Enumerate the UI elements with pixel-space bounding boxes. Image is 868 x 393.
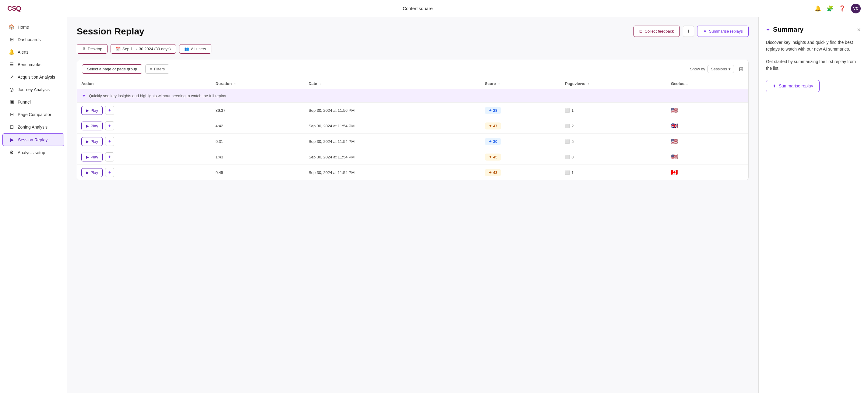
- page-comparator-icon: ⊟: [8, 112, 14, 117]
- close-panel-button[interactable]: ×: [857, 26, 861, 33]
- play-button-2[interactable]: ▶ Play: [81, 122, 103, 130]
- pageview-icon: ⬜: [565, 124, 570, 128]
- sidebar-item-journey-analysis[interactable]: ◎ Journey Analysis: [2, 84, 64, 95]
- desktop-filter-button[interactable]: 🖥 Desktop: [77, 44, 107, 54]
- play-button-4[interactable]: ▶ Play: [81, 153, 103, 161]
- topnav-icons: 🔔 🧩 ❓ VC: [814, 4, 861, 13]
- summary-sparkle-icon: ✦: [766, 27, 770, 33]
- flag-icon: 🇨🇦: [671, 170, 678, 176]
- flag-cell: 🇬🇧: [667, 118, 748, 134]
- ai-summary-button-5[interactable]: ✦: [105, 168, 114, 177]
- sidebar-item-page-comparator[interactable]: ⊟ Page Comparator: [2, 109, 64, 120]
- users-filter-button[interactable]: 👥 All users: [179, 44, 211, 54]
- flag-cell: 🇺🇸: [667, 149, 748, 165]
- show-by-select[interactable]: Sessions ▾: [708, 65, 734, 73]
- col-pageviews[interactable]: Pageviews ↕: [561, 78, 667, 89]
- summarise-sparkle-icon: ✦: [772, 83, 776, 89]
- duration-cell: 86:37: [211, 103, 305, 118]
- download-button[interactable]: ⬇: [683, 26, 694, 37]
- home-icon: 🏠: [8, 24, 14, 30]
- summarise-replays-button[interactable]: ✦ Summarise replays: [697, 26, 749, 37]
- sidebar-item-label: Acquisition Analysis: [18, 74, 55, 80]
- chevron-down-icon: ▾: [728, 67, 731, 71]
- score-icon: ✦: [489, 124, 492, 128]
- avatar[interactable]: VC: [851, 4, 861, 13]
- grid-view-icon[interactable]: ⊞: [739, 66, 743, 72]
- acquisition-icon: ↗: [8, 74, 14, 80]
- layout: 🏠 Home ⊞ Dashboards 🔔 Alerts ☰ Benchmark…: [0, 17, 868, 393]
- score-value: 47: [493, 124, 497, 128]
- sidebar-item-alerts[interactable]: 🔔 Alerts: [2, 46, 64, 58]
- pageview-icon: ⬜: [565, 155, 570, 159]
- sidebar-item-analysis-setup[interactable]: ⚙ Analysis setup: [2, 147, 64, 158]
- score-cell: ✦ 30: [480, 134, 561, 149]
- logo-text: CSQ: [7, 5, 21, 12]
- flag-icon: 🇬🇧: [671, 123, 678, 129]
- download-icon: ⬇: [687, 29, 690, 33]
- ai-summary-button-1[interactable]: ✦: [105, 106, 114, 115]
- play-button-1[interactable]: ▶ Play: [81, 106, 103, 115]
- users-icon: 👥: [184, 47, 189, 51]
- score-value: 30: [493, 139, 497, 144]
- flag-icon: 🇺🇸: [671, 154, 678, 160]
- flag-cell: 🇺🇸: [667, 103, 748, 118]
- play-button-3[interactable]: ▶ Play: [81, 137, 103, 146]
- sidebar-item-home[interactable]: 🏠 Home: [2, 21, 64, 33]
- collect-feedback-button[interactable]: ⊡ Collect feedback: [633, 26, 680, 37]
- topnav: CSQ Contentsquare 🔔 🧩 ❓ VC: [0, 0, 868, 17]
- help-icon[interactable]: ❓: [839, 5, 845, 12]
- benchmarks-icon: ☰: [8, 62, 14, 67]
- duration-cell: 4:42: [211, 118, 305, 134]
- table-row: ▶ Play ✦ 0:31 Sep 30, 2024 at 11:54 PM: [77, 134, 748, 149]
- table-row: ▶ Play ✦ 1:43 Sep 30, 2024 at 11:54 PM: [77, 149, 748, 165]
- date-range-filter-button[interactable]: 📅 Sep 1 → 30 2024 (30 days): [111, 44, 176, 54]
- summarise-replay-button[interactable]: ✦ Summarise replay: [766, 80, 819, 92]
- sidebar-item-session-replay[interactable]: ▶ Session Replay: [2, 133, 64, 146]
- play-button-5[interactable]: ▶ Play: [81, 168, 103, 177]
- sidebar-item-label: Zoning Analysis: [18, 125, 48, 129]
- sessions-table: Action Duration ↕ Date ↓ Score ↕: [77, 78, 748, 180]
- action-cell: ▶ Play ✦: [77, 149, 211, 165]
- play-label: Play: [90, 139, 98, 144]
- sidebar-item-zoning-analysis[interactable]: ⊡ Zoning Analysis: [2, 121, 64, 133]
- sidebar-item-label: Funnel: [18, 100, 31, 104]
- sidebar-item-label: Analysis setup: [18, 150, 45, 155]
- ai-summary-button-2[interactable]: ✦: [105, 121, 114, 130]
- sidebar-item-funnel[interactable]: ▣ Funnel: [2, 96, 64, 108]
- score-cell: ✦ 43: [480, 165, 561, 180]
- flag-icon: 🇺🇸: [671, 138, 678, 144]
- col-duration[interactable]: Duration ↕: [211, 78, 305, 89]
- sidebar-item-label: Benchmarks: [18, 62, 41, 67]
- ai-summary-button-4[interactable]: ✦: [105, 152, 114, 161]
- sidebar-item-label: Session Replay: [18, 138, 48, 142]
- calendar-icon: 📅: [116, 47, 121, 51]
- flag-cell: 🇨🇦: [667, 165, 748, 180]
- sidebar-item-label: Home: [18, 25, 29, 30]
- select-page-label: Select a page or page group: [87, 67, 137, 71]
- score-cell: ✦ 45: [480, 149, 561, 165]
- score-sort-icon: ↕: [498, 82, 500, 86]
- pageviews-value: 2: [571, 124, 574, 128]
- col-date[interactable]: Date ↓: [304, 78, 480, 89]
- flag-icon: 🇺🇸: [671, 107, 678, 113]
- ai-summary-button-3[interactable]: ✦: [105, 137, 114, 146]
- ai-star-icon: ✦: [82, 93, 86, 99]
- date-range-label: Sep 1 → 30 2024 (30 days): [122, 47, 171, 51]
- bell-icon[interactable]: 🔔: [814, 5, 821, 12]
- sidebar-item-label: Dashboards: [18, 37, 41, 42]
- pageview-icon: ⬜: [565, 139, 570, 144]
- summary-text-2: Get started by summarizing the first rep…: [766, 58, 861, 72]
- col-score[interactable]: Score ↕: [480, 78, 561, 89]
- puzzle-icon[interactable]: 🧩: [827, 5, 833, 12]
- col-action: Action: [77, 78, 211, 89]
- page-header: Session Replay ⊡ Collect feedback ⬇ ✦ Su…: [77, 26, 749, 37]
- sidebar-item-benchmarks[interactable]: ☰ Benchmarks: [2, 59, 64, 70]
- select-page-button[interactable]: Select a page or page group: [82, 64, 142, 74]
- score-icon: ✦: [489, 170, 492, 175]
- session-table-container: Select a page or page group ≡ Filters Sh…: [77, 60, 749, 180]
- sidebar-item-acquisition-analysis[interactable]: ↗ Acquisition Analysis: [2, 71, 64, 83]
- sidebar-item-dashboards[interactable]: ⊞ Dashboards: [2, 33, 64, 46]
- summary-title: Summary: [773, 26, 803, 33]
- date-cell: Sep 30, 2024 at 11:56 PM: [304, 103, 480, 118]
- filters-button[interactable]: ≡ Filters: [145, 64, 169, 74]
